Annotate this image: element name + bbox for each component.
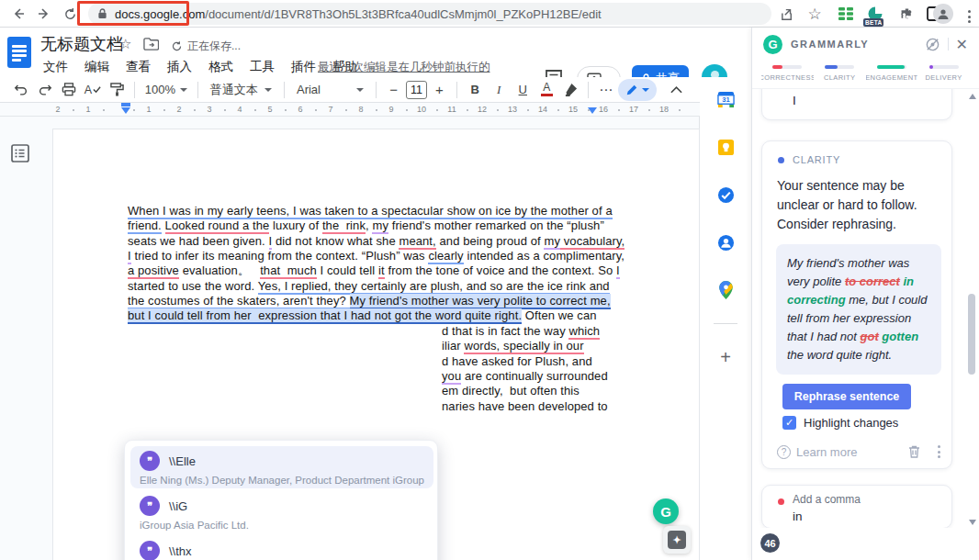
snippet-item[interactable]: ❞\\iGiGroup Asia Pacific Ltd. xyxy=(130,491,433,533)
collapse-toolbar-icon[interactable] xyxy=(665,79,687,101)
snippet-trigger: \\thx xyxy=(169,544,192,558)
calendar-icon[interactable]: 31 xyxy=(716,90,735,108)
paint-format-icon[interactable] xyxy=(106,79,128,101)
grammarly-panel: G GRAMMARLY ✕ CORRECTNESSCLARITYENGAGEME… xyxy=(751,28,979,560)
dismiss-trash-icon[interactable] xyxy=(907,444,921,459)
ruler-number: 7 xyxy=(328,105,332,114)
print-icon[interactable] xyxy=(58,79,80,101)
ruler[interactable]: 21123456789101112131415161718 xyxy=(0,103,700,117)
ruler-tick xyxy=(345,109,347,111)
bold-icon[interactable]: B xyxy=(464,79,486,101)
snippet-suggestion-popup: ❞\\ElleElle Ning (Ms.) Deputy Manager, P… xyxy=(124,440,438,560)
snippet-trigger: \\iG xyxy=(169,499,187,513)
doc-text-line: started to use the word. Yes, I replied,… xyxy=(128,279,610,294)
card-options-icon[interactable] xyxy=(938,445,940,458)
highlight-changes-checkbox[interactable]: ✓ xyxy=(782,416,796,430)
first-line-indent-marker[interactable] xyxy=(121,103,130,106)
snippet-trigger: \\Elle xyxy=(169,454,196,468)
ruler-number: 2 xyxy=(55,105,60,114)
green-grid-extension-icon[interactable] xyxy=(836,4,856,24)
contacts-icon[interactable] xyxy=(716,233,735,252)
italic-icon[interactable]: I xyxy=(488,79,510,101)
metric-label: CORRECTNESS xyxy=(761,73,814,82)
undo-icon[interactable] xyxy=(10,79,32,101)
reload-icon[interactable] xyxy=(61,5,79,23)
snippet-item[interactable]: ❞\\thxThank you so much! xyxy=(130,536,433,560)
doc-text-line: iliar words, specially in our xyxy=(442,339,584,353)
grammarly-logo: G xyxy=(763,35,782,54)
increase-font-icon[interactable]: + xyxy=(428,79,450,101)
browser-menu-icon[interactable] xyxy=(959,6,979,27)
sparkle-assistant-button[interactable]: ✦ xyxy=(663,526,691,554)
doc-text-line: friend. Looked round a the luxury of the… xyxy=(128,218,604,233)
get-add-ons-icon[interactable]: + xyxy=(716,348,735,366)
right-indent-marker[interactable] xyxy=(588,107,597,114)
suggestion-message: Your sentence may be unclear or hard to … xyxy=(777,176,942,234)
spellcheck-icon[interactable]: A xyxy=(82,79,104,101)
maps-icon[interactable] xyxy=(716,281,735,299)
extensions-puzzle-icon[interactable] xyxy=(896,4,917,24)
font-select[interactable]: Arial xyxy=(291,79,369,101)
help-icon[interactable]: ? xyxy=(777,445,791,459)
google-docs-logo[interactable] xyxy=(7,37,31,68)
back-icon[interactable] xyxy=(9,5,28,23)
menu-item-4[interactable]: 格式 xyxy=(202,57,240,77)
suggestion-card-clarity[interactable]: CLARITY Your sentence may be unclear or … xyxy=(761,140,952,469)
scroll-up-icon[interactable] xyxy=(969,94,976,99)
bookmark-star-icon[interactable]: ☆ xyxy=(805,4,825,24)
suggestion-card-comma[interactable]: Add a comma in xyxy=(761,485,952,528)
document-outline-icon[interactable] xyxy=(11,144,31,164)
ruler-tick xyxy=(527,109,529,111)
browser-profile-avatar[interactable] xyxy=(933,4,953,24)
styles-select[interactable]: 普通文本 xyxy=(205,79,277,101)
text-color-icon[interactable]: A xyxy=(535,79,557,101)
share-page-icon[interactable] xyxy=(777,4,797,24)
close-panel-icon[interactable]: ✕ xyxy=(956,36,968,53)
highlight-color-icon[interactable] xyxy=(559,79,581,101)
editing-mode-button[interactable] xyxy=(618,79,657,101)
move-to-folder-icon[interactable] xyxy=(143,38,159,50)
learn-more-link[interactable]: Learn more xyxy=(796,445,857,459)
decrease-font-icon[interactable]: − xyxy=(383,79,405,101)
underline-icon[interactable]: U xyxy=(512,79,534,101)
tasks-icon[interactable] xyxy=(716,185,735,204)
goals-disabled-icon[interactable] xyxy=(925,37,940,52)
metric-engagement[interactable]: ENGAGEMENT xyxy=(866,62,918,86)
scrollbar-thumb[interactable] xyxy=(968,294,975,375)
screen: docs.google.com/document/d/1BVR8Th3Oh5L3… xyxy=(0,0,979,560)
menu-item-2[interactable]: 查看 xyxy=(119,57,157,77)
grammarly-floating-button[interactable]: G xyxy=(653,498,679,524)
beta-extension-icon[interactable]: BETA xyxy=(865,4,885,24)
grammarly-brand: GRAMMARLY xyxy=(791,39,869,50)
last-edit-link[interactable]: 最近一次编辑是在几秒钟前执行的 xyxy=(318,60,490,75)
metric-clarity[interactable]: CLARITY xyxy=(814,62,866,86)
ruler-number: 2 xyxy=(176,105,181,114)
suggestion-card-rewrite[interactable]: Rewrite the sentence I xyxy=(761,88,952,120)
snippet-icon: ❞ xyxy=(140,541,160,560)
menu-item-1[interactable]: 编辑 xyxy=(78,57,116,77)
ruler-tick xyxy=(648,109,650,111)
redo-icon[interactable] xyxy=(34,79,56,101)
panel-scrollbar[interactable] xyxy=(967,94,976,525)
left-indent-marker[interactable] xyxy=(121,107,130,114)
menu-item-3[interactable]: 插入 xyxy=(161,57,198,77)
menu-item-5[interactable]: 工具 xyxy=(243,57,281,77)
menu-item-0[interactable]: 文件 xyxy=(37,57,74,77)
star-document-icon[interactable]: ☆ xyxy=(119,36,131,52)
edit-mode-caret-icon xyxy=(642,88,649,92)
font-size-input[interactable]: 11 xyxy=(406,81,428,99)
metric-delivery[interactable]: DELIVERY xyxy=(917,62,970,86)
document-title[interactable]: 无标题文档 xyxy=(40,33,123,55)
more-tools-icon[interactable]: ⋯ xyxy=(595,79,617,101)
menu-item-6[interactable]: 插件 xyxy=(285,57,322,77)
zoom-select[interactable]: 100% xyxy=(141,79,191,101)
rephrase-sentence-button[interactable]: Rephrase sentence xyxy=(782,384,911,409)
snippet-item[interactable]: ❞\\ElleElle Ning (Ms.) Deputy Manager, P… xyxy=(130,446,433,488)
suggestions-scroll-area: Rewrite the sentence I CLARITY Your sent… xyxy=(752,88,979,528)
scroll-down-icon[interactable] xyxy=(969,520,976,525)
metric-correctness[interactable]: CORRECTNESS xyxy=(761,62,814,86)
address-bar[interactable]: docs.google.com/document/d/1BVR8Th3Oh5L3… xyxy=(88,3,771,25)
forward-icon[interactable] xyxy=(35,5,53,23)
ruler-tick xyxy=(103,109,105,111)
keep-icon[interactable] xyxy=(716,138,735,156)
